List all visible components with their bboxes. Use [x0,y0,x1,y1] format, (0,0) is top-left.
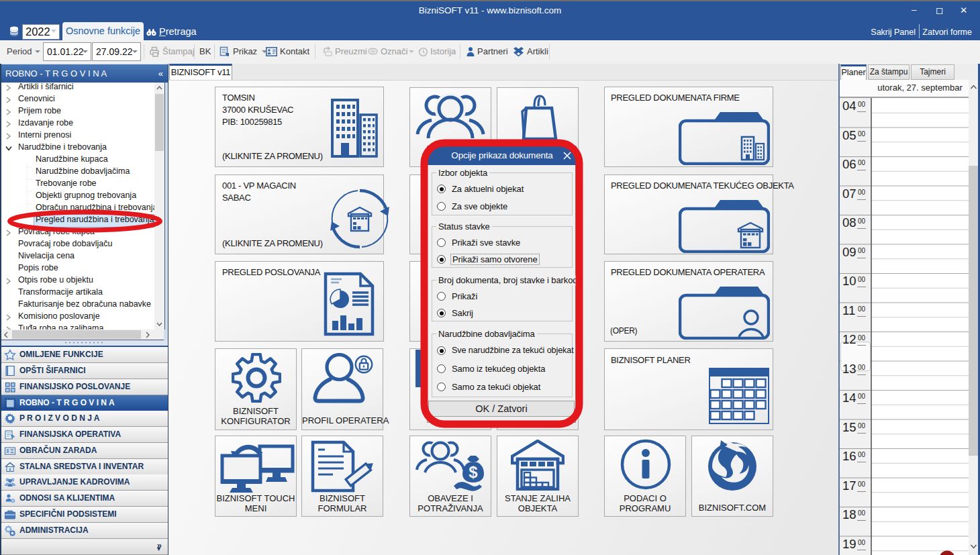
svg-text:$: $ [469,463,478,481]
